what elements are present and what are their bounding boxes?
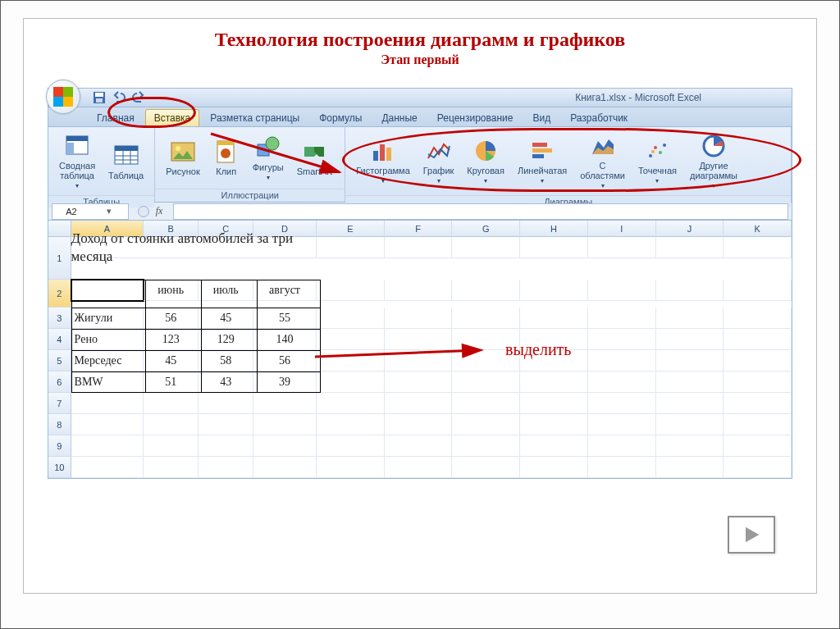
slide-subtitle: Этап первый [24, 52, 816, 67]
cell[interactable]: 58 [199, 350, 253, 371]
tab-developer[interactable]: Разработчик [561, 109, 637, 126]
col-header[interactable]: K [724, 221, 792, 237]
cell[interactable]: июнь [144, 280, 199, 301]
cell[interactable]: август [253, 280, 317, 301]
svg-point-30 [651, 150, 655, 153]
row-header[interactable]: 8 [48, 414, 71, 435]
row-header[interactable]: 2 [48, 280, 71, 308]
tab-view[interactable]: Вид [523, 109, 559, 126]
cell-title[interactable]: Доход от стоянки автомобилей за три меся… [71, 237, 317, 258]
svg-point-26 [649, 154, 652, 157]
svg-point-18 [266, 137, 279, 150]
shapes-icon [255, 134, 281, 161]
cell[interactable]: 45 [144, 350, 199, 371]
picture-button[interactable]: Рисунок [162, 136, 204, 179]
table-button[interactable]: Таблица [104, 140, 148, 183]
tab-home[interactable]: Главная [88, 109, 144, 126]
cell[interactable]: 123 [144, 329, 199, 350]
cell[interactable]: 56 [253, 350, 317, 371]
row-header[interactable]: 5 [48, 350, 71, 371]
cell[interactable]: 43 [199, 371, 253, 393]
svg-rect-15 [217, 141, 234, 145]
table-icon [113, 143, 139, 169]
row-header[interactable]: 4 [48, 329, 71, 350]
row-header[interactable]: 1 [48, 237, 71, 280]
shapes-button[interactable]: Фигуры▾ [249, 132, 288, 184]
line-chart-button[interactable]: График▾ [419, 135, 459, 187]
tab-formulas[interactable]: Формулы [310, 109, 371, 126]
tab-review[interactable]: Рецензирование [428, 109, 523, 126]
clip-button[interactable]: Клип [209, 136, 244, 179]
next-slide-button[interactable] [728, 516, 775, 554]
scatter-chart-icon [644, 138, 670, 164]
svg-rect-21 [386, 148, 391, 161]
worksheet[interactable]: A B C D E F G H I J K 1 Доход от стоянки… [48, 221, 792, 479]
cell[interactable]: 56 [144, 308, 199, 329]
pie-chart-icon [472, 138, 499, 164]
row-header[interactable]: 9 [48, 435, 71, 457]
fx-icon[interactable]: fx [152, 205, 167, 217]
histogram-icon [370, 138, 396, 164]
tab-page-layout[interactable]: Разметка страницы [201, 109, 308, 126]
svg-rect-1 [95, 93, 103, 97]
tab-insert[interactable]: Вставка [145, 109, 200, 126]
svg-rect-7 [115, 146, 138, 151]
undo-icon[interactable] [112, 91, 126, 104]
other-charts-button[interactable]: Другие диаграммы▾ [686, 130, 742, 192]
row-header[interactable]: 10 [48, 457, 71, 478]
svg-rect-4 [66, 136, 88, 141]
ribbon-tabs: Главная Вставка Разметка страницы Формул… [48, 107, 792, 127]
cell[interactable]: BMW [71, 371, 144, 393]
col-header[interactable]: G [452, 221, 520, 237]
cell[interactable]: 140 [253, 329, 317, 350]
formula-row: A2▾ fx [48, 203, 792, 221]
tab-data[interactable]: Данные [372, 109, 426, 126]
cell[interactable]: Мерседес [71, 350, 144, 371]
clip-icon [213, 139, 240, 165]
svg-point-16 [221, 148, 231, 158]
svg-point-29 [663, 144, 666, 147]
svg-rect-23 [532, 143, 547, 147]
cell[interactable]: Жигули [71, 308, 144, 329]
col-header[interactable]: J [656, 221, 724, 237]
pivot-table-button[interactable]: Сводная таблица▾ [55, 130, 99, 192]
pie-chart-button[interactable]: Круговая▾ [463, 135, 509, 187]
cell[interactable] [71, 280, 144, 301]
cell[interactable]: 129 [199, 329, 253, 350]
bar-chart-button[interactable]: Линейчатая▾ [514, 135, 571, 187]
cell[interactable]: 51 [144, 371, 199, 393]
svg-point-13 [176, 146, 180, 151]
svg-rect-5 [66, 143, 74, 154]
svg-rect-24 [532, 148, 552, 153]
cell[interactable]: 45 [199, 308, 253, 329]
row-header[interactable]: 7 [48, 393, 71, 414]
other-charts-icon [701, 133, 727, 159]
col-header[interactable]: H [520, 221, 588, 237]
histogram-button[interactable]: Гистограмма▾ [352, 135, 414, 187]
scatter-chart-button[interactable]: Точечная▾ [634, 135, 681, 187]
col-header[interactable]: I [588, 221, 656, 237]
cell[interactable]: июль [199, 280, 253, 301]
title-bar: Книга1.xlsx - Microsoft Excel [48, 88, 792, 107]
pivot-table-label: Сводная таблица [59, 161, 95, 180]
save-icon[interactable] [93, 91, 106, 104]
name-box[interactable]: A2▾ [52, 203, 129, 220]
area-chart-button[interactable]: С областями▾ [576, 130, 629, 192]
cell[interactable]: Рено [71, 329, 144, 350]
svg-point-27 [654, 146, 657, 149]
col-header[interactable]: E [317, 221, 385, 237]
row-header[interactable]: 3 [48, 308, 71, 329]
select-all-corner[interactable] [48, 221, 71, 237]
cell[interactable]: 55 [253, 308, 317, 329]
window-title: Книга1.xlsx - Microsoft Excel [575, 92, 792, 103]
svg-rect-20 [380, 144, 385, 161]
cell[interactable]: 39 [253, 371, 317, 393]
col-header[interactable]: F [385, 221, 453, 237]
quick-access-toolbar [88, 89, 150, 107]
smartart-button[interactable]: SmartArt [293, 136, 336, 179]
row-header[interactable]: 6 [48, 371, 71, 393]
formula-bar[interactable] [173, 203, 788, 220]
office-button[interactable] [46, 80, 80, 114]
pivot-table-icon [64, 133, 90, 159]
redo-icon[interactable] [132, 91, 145, 104]
